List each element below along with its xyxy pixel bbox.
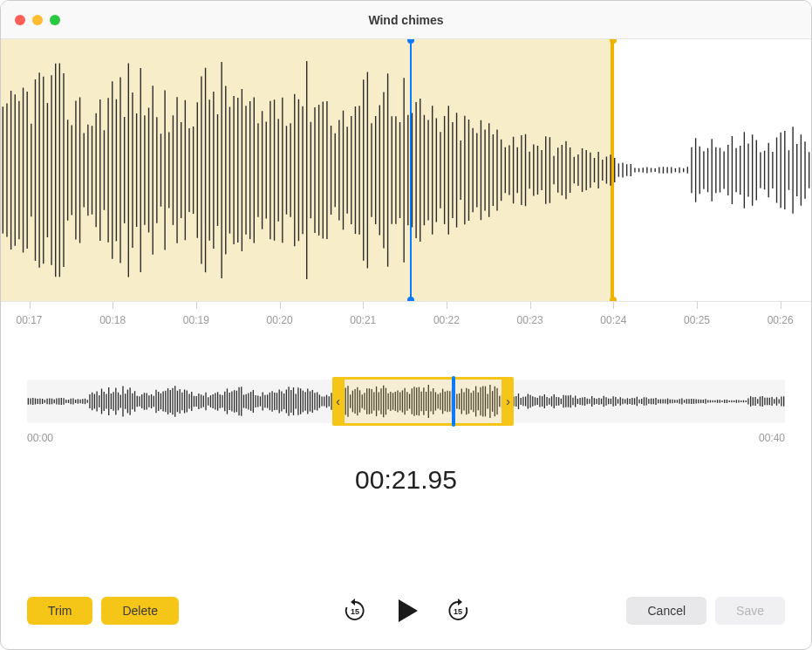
timeline-tick bbox=[280, 302, 281, 309]
timeline-tick-label: 00:19 bbox=[183, 314, 209, 326]
overview-time-labels: 00:00 00:40 bbox=[27, 432, 785, 444]
bottom-toolbar: Trim Delete 15 15 Cancel Save bbox=[1, 597, 811, 625]
cancel-button[interactable]: Cancel bbox=[626, 597, 706, 625]
timeline-tick bbox=[196, 302, 197, 309]
trim-handle-right[interactable]: › bbox=[502, 377, 514, 426]
play-button[interactable] bbox=[392, 596, 421, 626]
timeline-tick bbox=[781, 302, 781, 309]
timeline-tick-label: 00:26 bbox=[768, 314, 794, 326]
svg-marker-523 bbox=[458, 599, 462, 606]
trim-window[interactable]: ‹ › bbox=[342, 377, 505, 426]
svg-marker-522 bbox=[399, 599, 418, 622]
overview-playhead[interactable] bbox=[452, 376, 455, 427]
timeline-tick bbox=[697, 302, 698, 309]
timeline-tick-label: 00:20 bbox=[267, 314, 293, 326]
minimize-window-button[interactable] bbox=[32, 15, 43, 25]
titlebar: Wind chimes bbox=[1, 1, 811, 39]
overview-start-time: 00:00 bbox=[27, 432, 53, 444]
timeline-ruler: 00:1700:1800:1900:2000:2100:2200:2300:24… bbox=[1, 301, 811, 336]
close-window-button[interactable] bbox=[15, 15, 25, 25]
timeline-tick-label: 00:24 bbox=[600, 314, 626, 326]
playback-controls: 15 15 bbox=[343, 596, 470, 626]
window-controls bbox=[15, 15, 60, 25]
timeline-tick bbox=[530, 302, 531, 309]
timeline-tick bbox=[113, 302, 113, 309]
delete-button[interactable]: Delete bbox=[101, 597, 178, 625]
timeline-tick-label: 00:22 bbox=[433, 314, 460, 326]
fullscreen-window-button[interactable] bbox=[50, 15, 60, 25]
timeline-tick bbox=[613, 302, 614, 309]
main-waveform bbox=[1, 39, 811, 301]
svg-text:15: 15 bbox=[453, 607, 461, 616]
svg-marker-520 bbox=[351, 599, 355, 606]
play-icon bbox=[392, 596, 421, 626]
main-waveform-area[interactable] bbox=[1, 39, 811, 301]
timeline-tick-label: 00:25 bbox=[684, 314, 710, 326]
timeline-tick-label: 00:21 bbox=[350, 314, 376, 326]
timeline-tick-label: 00:23 bbox=[517, 314, 543, 326]
overview-end-time: 00:40 bbox=[759, 432, 785, 444]
save-button[interactable]: Save bbox=[715, 597, 785, 625]
current-time-display: 00:21.95 bbox=[1, 465, 811, 495]
timeline-tick bbox=[30, 302, 31, 309]
trim-button[interactable]: Trim bbox=[27, 597, 92, 625]
timeline-tick bbox=[363, 302, 364, 309]
window-title: Wind chimes bbox=[1, 13, 811, 27]
trim-end-marker[interactable] bbox=[612, 39, 614, 301]
skip-forward-15-button[interactable]: 15 bbox=[446, 599, 470, 623]
trim-handle-left[interactable]: ‹ bbox=[332, 377, 345, 426]
timeline-tick bbox=[447, 302, 447, 309]
playhead[interactable] bbox=[410, 39, 412, 301]
skip-back-icon: 15 bbox=[343, 599, 367, 623]
overview-waveform-area[interactable]: ‹ › bbox=[27, 380, 785, 423]
timeline-tick-label: 00:18 bbox=[99, 314, 126, 326]
svg-text:15: 15 bbox=[350, 607, 358, 616]
skip-forward-icon: 15 bbox=[446, 599, 470, 623]
skip-back-15-button[interactable]: 15 bbox=[343, 599, 367, 623]
timeline-tick-label: 00:17 bbox=[16, 314, 42, 326]
